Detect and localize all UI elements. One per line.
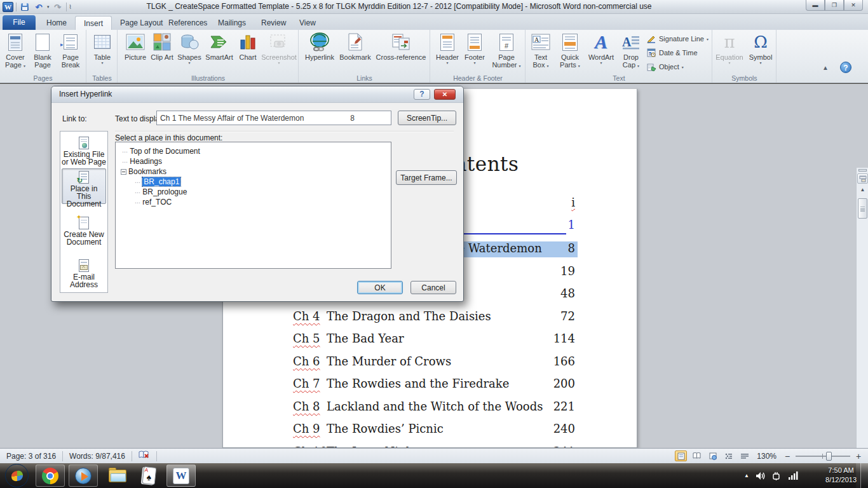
- cross-reference-button[interactable]: Cross-reference: [374, 32, 428, 61]
- group-links: Hyperlink Bookmark Cross-reference Links: [299, 30, 430, 83]
- zoom-slider[interactable]: [796, 456, 850, 457]
- spellcheck-book-icon: [139, 451, 150, 459]
- tree-item-bookmarks[interactable]: Bookmarks: [121, 166, 166, 177]
- tab-home[interactable]: Home: [38, 16, 75, 30]
- collapse-ribbon-button[interactable]: ▲: [822, 64, 829, 71]
- close-button[interactable]: ✕: [844, 0, 863, 11]
- toc-row: Ch 4 The Dragon and The Daisies 72: [223, 309, 637, 325]
- taskbar-solitaire-button[interactable]: A ♠: [135, 464, 164, 487]
- shapes-icon: [179, 32, 200, 52]
- smartart-button[interactable]: SmartArt: [203, 32, 235, 61]
- dialog-close-button[interactable]: ✕: [434, 89, 456, 100]
- draft-view-button[interactable]: [738, 451, 750, 461]
- tree-item-top-of-document[interactable]: ⋯ Top of the Document: [122, 146, 200, 156]
- tree-item-br-prologue[interactable]: ⋯ BR_prologue: [135, 187, 187, 197]
- word-count[interactable]: Words: 9/87,416: [63, 452, 132, 461]
- taskbar-chrome-button[interactable]: [36, 464, 65, 487]
- link-to-sidebar: Existing File or Web Page ↻ Place in Thi…: [60, 131, 108, 293]
- dialog-help-button[interactable]: ?: [414, 89, 430, 100]
- print-layout-view-button[interactable]: [675, 451, 687, 461]
- document-places-tree[interactable]: ⋯ Top of the Document ⋯ Headings Bookmar…: [115, 142, 391, 269]
- tree-item-ref-toc[interactable]: ⋯ ref_TOC: [135, 197, 172, 207]
- tab-references[interactable]: References: [160, 16, 215, 30]
- equation-button: π Equation ▾: [714, 32, 745, 65]
- smartart-icon: [209, 32, 229, 52]
- page-number-button[interactable]: # Page Number ▾: [489, 32, 524, 69]
- zoom-slider-thumb[interactable]: [826, 452, 832, 461]
- collapse-expander-icon[interactable]: [121, 169, 126, 175]
- text-to-display-input[interactable]: Ch 1 The Messy Affair of The Waterdemon …: [156, 111, 391, 125]
- zoom-level[interactable]: 130%: [754, 452, 779, 461]
- date-time-button[interactable]: 5 Date & Time: [647, 47, 698, 58]
- object-button[interactable]: Object▾: [647, 61, 684, 72]
- tab-view[interactable]: View: [291, 16, 324, 30]
- hyperlink-button[interactable]: Hyperlink: [303, 32, 336, 61]
- outline-view-button[interactable]: [722, 451, 735, 461]
- taskbar-explorer-button[interactable]: [103, 464, 132, 487]
- text-box-button[interactable]: A Text Box ▾: [527, 32, 554, 69]
- symbol-button[interactable]: Ω Symbol ▾: [746, 32, 775, 65]
- tree-item-headings[interactable]: ⋯ Headings: [122, 156, 162, 166]
- blank-page-icon: [32, 32, 53, 52]
- group-illustrations: Picture Clip Art Shapes ▾ SmartArt: [118, 30, 299, 83]
- view-ruler-button[interactable]: [857, 173, 868, 184]
- wordart-icon: A: [591, 32, 611, 52]
- ok-button[interactable]: OK: [357, 281, 403, 294]
- page-indicator[interactable]: Page: 3 of 316: [0, 452, 62, 461]
- drop-cap-button[interactable]: A Drop Cap ▾: [616, 32, 646, 69]
- taskbar-clock[interactable]: 7:50 AM 8/12/2013: [825, 466, 857, 485]
- picture-button[interactable]: Picture: [122, 32, 149, 61]
- taskbar-word-button[interactable]: W: [166, 464, 196, 487]
- clip-art-button[interactable]: Clip Art: [149, 32, 175, 61]
- bookmark-button[interactable]: Bookmark: [337, 32, 373, 61]
- tab-review[interactable]: Review: [253, 16, 294, 30]
- network-signal-icon[interactable]: [788, 471, 798, 480]
- proofing-status-button[interactable]: [132, 451, 156, 461]
- header-button[interactable]: Header ▾: [433, 32, 461, 65]
- footer-button[interactable]: Footer ▾: [461, 32, 488, 65]
- web-layout-view-button[interactable]: [707, 451, 719, 461]
- cancel-button[interactable]: Cancel: [410, 281, 456, 294]
- show-desktop-button[interactable]: [860, 463, 868, 488]
- toc-row: Ch 8 Lackland and the Witch of the Woods…: [223, 400, 637, 416]
- page-break-button[interactable]: ▸ Page Break: [57, 32, 85, 69]
- volume-icon[interactable]: [756, 471, 766, 480]
- sidebar-create-new-document[interactable]: ✦ Create New Document: [62, 214, 106, 246]
- sidebar-email-address[interactable]: E-mail Address: [62, 257, 106, 285]
- tree-item-br-chap1[interactable]: ⋯ BR_chap1: [135, 177, 180, 187]
- power-plug-icon[interactable]: [772, 471, 782, 480]
- cover-page-button[interactable]: Cover Page ▾: [2, 32, 29, 69]
- target-frame-button[interactable]: Target Frame...: [396, 170, 457, 185]
- wordart-button[interactable]: A WordArt ▾: [586, 32, 616, 65]
- screenshot-button: Screenshot ▾: [261, 32, 297, 65]
- quick-parts-button[interactable]: Quick Parts ▾: [554, 32, 586, 69]
- split-handle[interactable]: [858, 169, 867, 172]
- show-hidden-icons-button[interactable]: ▲: [744, 473, 749, 478]
- help-button[interactable]: ?: [840, 62, 851, 73]
- sidebar-existing-file[interactable]: Existing File or Web Page: [62, 134, 106, 166]
- tab-file[interactable]: File: [3, 15, 36, 30]
- blank-page-button[interactable]: Blank Page: [29, 32, 56, 69]
- restore-button[interactable]: ❐: [825, 0, 844, 11]
- taskbar-media-player-button[interactable]: [69, 464, 98, 487]
- zoom-in-button[interactable]: +: [854, 451, 863, 461]
- scroll-up-arrow[interactable]: ▲: [857, 185, 868, 194]
- minimize-button[interactable]: ▬: [806, 0, 825, 11]
- scrollbar-thumb[interactable]: [858, 198, 867, 219]
- chart-icon: [238, 32, 258, 52]
- vertical-scrollbar[interactable]: ▲ ▼ ▲▲ ● ▼▼: [856, 168, 868, 488]
- word-taskbar-icon: W: [173, 468, 189, 484]
- signature-line-button[interactable]: Signature Line▾: [647, 33, 709, 44]
- dialog-title-bar[interactable]: Insert Hyperlink: [51, 86, 463, 103]
- sidebar-place-in-document[interactable]: ↻ Place in This Document: [62, 168, 106, 204]
- tab-mailings[interactable]: Mailings: [210, 16, 254, 30]
- start-button[interactable]: [5, 464, 29, 487]
- chart-button[interactable]: Chart: [235, 32, 261, 61]
- shapes-button[interactable]: Shapes ▾: [175, 32, 203, 65]
- tab-insert[interactable]: Insert: [75, 16, 112, 30]
- full-screen-reading-view-button[interactable]: [691, 451, 703, 461]
- table-button[interactable]: Table ▾: [89, 32, 116, 65]
- link-to-label: Link to:: [62, 114, 87, 123]
- screentip-button[interactable]: ScreenTip...: [398, 111, 456, 125]
- zoom-out-button[interactable]: −: [783, 451, 792, 461]
